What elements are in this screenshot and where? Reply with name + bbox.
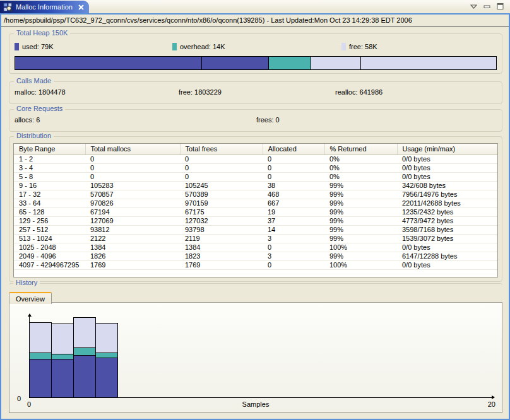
history-bar-segment-overhead: [52, 354, 73, 359]
view-menu-icon[interactable]: [470, 4, 477, 9]
history-bar-segment-free: [74, 318, 95, 347]
view-content: Total Heap 150K used: 79K overhead: 14K …: [1, 26, 509, 419]
table-row[interactable]: 5 - 80000%0/0 bytes: [14, 172, 497, 181]
free-count: free: 1803229: [179, 88, 222, 96]
distribution-cell: 0%: [324, 172, 397, 181]
column-header-percent-returned[interactable]: % Returned: [324, 144, 397, 155]
distribution-cell: 33 - 64: [14, 199, 85, 207]
distribution-cell: 1823: [180, 252, 263, 260]
distribution-header-row: Byte Range Total mallocs Total frees All…: [14, 144, 497, 155]
view-tab-title: Malloc Information: [16, 3, 73, 11]
table-row[interactable]: 1025 - 2048138413840100%0/0 bytes: [14, 243, 497, 252]
distribution-group: Distribution Byte Range Total mallocs To…: [9, 136, 502, 282]
table-row[interactable]: 17 - 3257085757038946899%7956/14976 byte…: [14, 190, 497, 199]
distribution-cell: 100%: [324, 243, 397, 252]
table-row[interactable]: 1 - 20000%0/0 bytes: [14, 155, 497, 163]
tab-malloc-information[interactable]: Malloc Information: [0, 1, 89, 14]
close-icon[interactable]: [78, 4, 84, 10]
distribution-cell: 3598/7168 bytes: [397, 225, 497, 234]
table-row[interactable]: 257 - 51293812937981499%3598/7168 bytes: [14, 225, 497, 234]
distribution-cell: 0: [263, 155, 324, 163]
distribution-cell: 99%: [324, 181, 397, 190]
distribution-cell: 970826: [85, 199, 180, 207]
distribution-cell: 5 - 8: [14, 172, 85, 181]
distribution-cell: 100%: [324, 260, 397, 269]
distribution-cell: 129 - 256: [14, 216, 85, 225]
heap-bar-segment-overhead: [269, 57, 311, 69]
distribution-cell: 17 - 32: [14, 190, 85, 199]
distribution-cell: 67175: [180, 207, 263, 216]
calls-made-group: Calls Made malloc: 1804478 free: 1803229…: [9, 81, 502, 104]
distribution-cell: 105245: [180, 181, 263, 190]
distribution-cell: 0: [85, 155, 180, 163]
history-chart-panel: 0 0 Samples 20: [9, 302, 502, 413]
distribution-cell: 7956/14976 bytes: [397, 190, 497, 199]
history-bar-sample-2: [51, 324, 74, 398]
distribution-cell: 4773/9472 bytes: [397, 216, 497, 225]
target-path-bar: /home/pspbuild/psp/TC632_972_qconn/cvs/s…: [1, 15, 509, 26]
overhead-swatch: [172, 43, 177, 50]
distribution-cell: 1 - 2: [14, 155, 85, 163]
heap-usage-bar: [15, 56, 497, 70]
distribution-cell: 0/0 bytes: [397, 260, 497, 269]
distribution-cell: 513 - 1024: [14, 234, 85, 243]
table-row[interactable]: 3 - 40000%0/0 bytes: [14, 163, 497, 172]
history-bar-segment-used: [96, 358, 117, 397]
history-group: History Overview 0 0 Samples 20: [9, 283, 502, 413]
distribution-cell: 3: [263, 234, 324, 243]
distribution-cell: 19: [263, 207, 324, 216]
core-requests-group: Core Requests allocs: 6 frees: 0: [9, 109, 502, 132]
column-header-total-mallocs[interactable]: Total mallocs: [85, 144, 180, 155]
legend-free: free: 58K: [341, 43, 377, 50]
table-row[interactable]: 513 - 102421222119399%1539/3072 bytes: [14, 234, 497, 243]
distribution-cell: 0/0 bytes: [397, 243, 497, 252]
distribution-cell: 22011/42688 bytes: [397, 199, 497, 207]
column-header-byte-range[interactable]: Byte Range: [14, 144, 85, 155]
distribution-cell: 127069: [85, 216, 180, 225]
distribution-cell: 4097 - 4294967295: [14, 260, 85, 269]
total-heap-group: Total Heap 150K used: 79K overhead: 14K …: [9, 33, 502, 74]
distribution-cell: 3 - 4: [14, 163, 85, 172]
distribution-cell: 570389: [180, 190, 263, 199]
distribution-cell: 127032: [180, 216, 263, 225]
distribution-cell: 6147/12288 bytes: [397, 252, 497, 260]
table-row[interactable]: 129 - 2561270691270323799%4773/9472 byte…: [14, 216, 497, 225]
used-swatch: [15, 43, 19, 50]
distribution-cell: 105283: [85, 181, 180, 190]
history-bar-segment-free: [96, 324, 117, 353]
heap-bar-segment-free: [311, 57, 361, 69]
distribution-cell: 99%: [324, 190, 397, 199]
table-row[interactable]: 33 - 6497082697015966799%22011/42688 byt…: [14, 199, 497, 207]
legend-used: used: 79K: [15, 43, 54, 50]
table-row[interactable]: 4097 - 4294967295176917690100%0/0 bytes: [14, 260, 497, 269]
column-header-usage[interactable]: Usage (min/max): [397, 144, 497, 155]
tab-overview[interactable]: Overview: [9, 292, 52, 304]
table-row[interactable]: 9 - 161052831052453899%342/608 bytes: [14, 181, 497, 190]
maximize-icon[interactable]: [497, 3, 504, 9]
distribution-cell: 2122: [85, 234, 180, 243]
distribution-cell: 1769: [85, 260, 180, 269]
distribution-cell: 67194: [85, 207, 180, 216]
overview-tab-label: Overview: [16, 295, 45, 303]
distribution-cell: 2049 - 4096: [14, 252, 85, 260]
distribution-cell: 257 - 512: [14, 225, 85, 234]
column-header-allocated[interactable]: Allocated: [263, 144, 324, 155]
history-bar-segment-overhead: [30, 353, 51, 359]
distribution-cell: 0: [85, 172, 180, 181]
history-bar-sample-1: [29, 322, 52, 398]
distribution-cell: 99%: [324, 207, 397, 216]
table-row[interactable]: 65 - 12867194671751999%1235/2432 bytes: [14, 207, 497, 216]
distribution-cell: 0/0 bytes: [397, 172, 497, 181]
distribution-title: Distribution: [14, 132, 54, 139]
column-header-total-frees[interactable]: Total frees: [180, 144, 263, 155]
history-bar-sample-3: [73, 317, 96, 398]
realloc-count: realloc: 641986: [335, 88, 382, 96]
free-label: free: 58K: [349, 43, 377, 50]
table-row[interactable]: 2049 - 409618261823399%6147/12288 bytes: [14, 252, 497, 260]
free-swatch: [341, 43, 346, 50]
history-bar-segment-used: [52, 359, 73, 397]
minimize-icon[interactable]: [483, 4, 490, 9]
distribution-cell: 1539/3072 bytes: [397, 234, 497, 243]
distribution-cell: 0: [180, 163, 263, 172]
distribution-cell: 570857: [85, 190, 180, 199]
